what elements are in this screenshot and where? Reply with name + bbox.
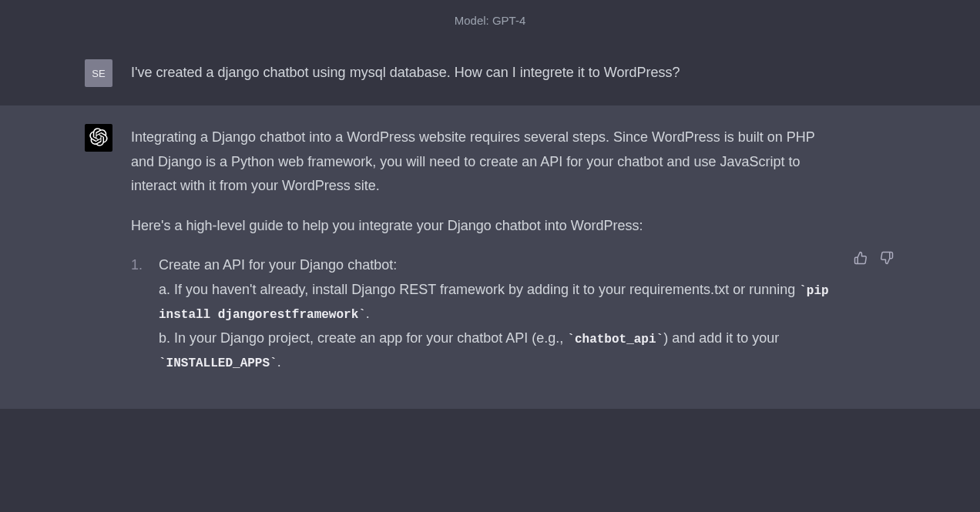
assistant-message-row: Integrating a Django chatbot into a Word… xyxy=(0,105,980,409)
thumbs-down-button[interactable] xyxy=(878,129,895,390)
thumbs-up-button[interactable] xyxy=(852,129,869,390)
model-label: Model: GPT-4 xyxy=(455,14,526,27)
user-message-content: I've created a django chatbot using mysq… xyxy=(131,59,895,87)
assistant-paragraph: Here's a high-level guide to help you in… xyxy=(131,214,834,239)
feedback-controls xyxy=(852,124,895,390)
assistant-ordered-list: Create an API for your Django chatbot: a… xyxy=(131,253,834,375)
list-item: Create an API for your Django chatbot: a… xyxy=(131,253,834,375)
user-message-row: SE I've created a django chatbot using m… xyxy=(0,41,980,105)
user-avatar: SE xyxy=(85,59,112,87)
list-sub-item: b. In your Django project, create an app… xyxy=(159,326,834,375)
inline-code: `INSTALLED_APPS` xyxy=(159,356,277,370)
assistant-avatar xyxy=(85,124,112,152)
list-sub-item: a. If you haven't already, install Djang… xyxy=(159,278,834,326)
user-message-text: I've created a django chatbot using mysq… xyxy=(131,65,680,80)
thumbs-down-icon xyxy=(880,251,894,267)
user-avatar-initials: SE xyxy=(92,68,105,79)
model-header: Model: GPT-4 xyxy=(0,0,980,41)
thumbs-up-icon xyxy=(854,251,868,267)
assistant-message-content: Integrating a Django chatbot into a Word… xyxy=(131,124,834,390)
inline-code: `chatbot_api` xyxy=(567,333,663,346)
assistant-paragraph: Integrating a Django chatbot into a Word… xyxy=(131,125,834,199)
list-item-title: Create an API for your Django chatbot: xyxy=(159,253,834,278)
openai-logo-icon xyxy=(89,128,108,149)
